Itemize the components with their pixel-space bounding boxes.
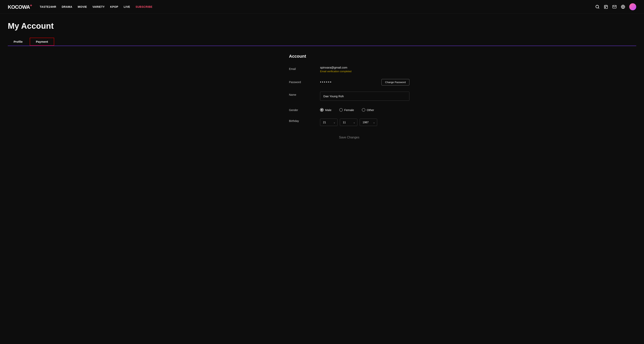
month-select[interactable]: 11 xyxy=(340,119,357,126)
year-select-wrapper: 1987 ⌄ xyxy=(360,119,377,126)
svg-line-1 xyxy=(598,7,599,8)
gender-other[interactable]: Other xyxy=(362,108,374,112)
month-select-wrapper: 11 ⌄ xyxy=(340,119,357,126)
gender-male[interactable]: Male xyxy=(320,108,332,112)
logo[interactable]: KOCOWA+ xyxy=(8,3,32,10)
birthday-value: 21 ⌄ 11 ⌄ 1987 ⌄ xyxy=(320,118,410,126)
email-text: spinxara@gmail.com xyxy=(320,66,410,69)
password-label: Password xyxy=(289,79,312,84)
gender-other-label: Other xyxy=(367,108,374,112)
password-row: Password •••••• Change Password xyxy=(289,79,410,85)
mail-icon[interactable] xyxy=(612,4,617,9)
name-label: Name xyxy=(289,92,312,96)
tabs: Profile Payment xyxy=(8,38,636,46)
section-title: Account xyxy=(289,54,410,59)
password-dots: •••••• xyxy=(320,80,332,84)
birthday-row: Birthday 21 ⌄ 11 ⌄ xyxy=(289,118,410,126)
gender-options: Male Female Other xyxy=(320,107,410,112)
email-verified: Email verification completed xyxy=(320,70,410,73)
name-value xyxy=(320,92,410,101)
email-label: Email xyxy=(289,66,312,70)
gender-female-label: Female xyxy=(344,108,354,112)
save-button[interactable]: Save Changes xyxy=(339,136,360,139)
nav: TASTE24HR DRAMA MOVIE VARIETY KPOP LIVE … xyxy=(40,5,152,8)
nav-taste24hr[interactable]: TASTE24HR xyxy=(40,5,56,8)
radio-female[interactable] xyxy=(339,108,343,112)
gender-female[interactable]: Female xyxy=(339,108,354,112)
email-row: Email spinxara@gmail.com Email verificat… xyxy=(289,66,410,73)
calendar-icon[interactable] xyxy=(604,4,608,9)
year-select[interactable]: 1987 xyxy=(360,119,377,126)
svg-rect-6 xyxy=(605,7,606,7)
nav-drama[interactable]: DRAMA xyxy=(62,5,72,8)
day-select-wrapper: 21 ⌄ xyxy=(320,119,338,126)
nav-subscribe[interactable]: SUBSCRIBE xyxy=(136,5,152,8)
nav-live[interactable]: LIVE xyxy=(124,5,130,8)
name-row: Name xyxy=(289,92,410,101)
account-section: Account Email spinxara@gmail.com Email v… xyxy=(234,54,410,139)
page-title: My Account xyxy=(8,21,636,31)
search-icon[interactable] xyxy=(595,4,600,9)
gender-value: Male Female Other xyxy=(320,107,410,112)
change-password-button[interactable]: Change Password xyxy=(382,79,410,85)
header-right xyxy=(595,3,636,10)
gender-male-label: Male xyxy=(325,108,332,112)
day-select[interactable]: 21 xyxy=(320,119,338,126)
birthday-label: Birthday xyxy=(289,118,312,122)
birthday-selects: 21 ⌄ 11 ⌄ 1987 ⌄ xyxy=(320,118,410,126)
page-content: My Account Profile Payment Account Email… xyxy=(0,13,644,151)
tab-profile[interactable]: Profile xyxy=(8,38,28,45)
email-value: spinxara@gmail.com Email verification co… xyxy=(320,66,410,73)
header-left: KOCOWA+ TASTE24HR DRAMA MOVIE VARIETY KP… xyxy=(8,3,152,10)
name-input[interactable] xyxy=(320,92,410,101)
nav-movie[interactable]: MOVIE xyxy=(78,5,87,8)
password-value-row: •••••• Change Password xyxy=(320,79,410,85)
save-section: Save Changes xyxy=(289,136,410,139)
radio-male[interactable] xyxy=(320,108,324,112)
tab-payment[interactable]: Payment xyxy=(30,38,54,46)
radio-other[interactable] xyxy=(362,108,365,112)
nav-variety[interactable]: VARIETY xyxy=(92,5,105,8)
avatar[interactable] xyxy=(629,3,636,10)
globe-icon[interactable] xyxy=(621,4,625,9)
header: KOCOWA+ TASTE24HR DRAMA MOVIE VARIETY KP… xyxy=(0,0,644,13)
gender-label: Gender xyxy=(289,107,312,112)
svg-rect-2 xyxy=(604,5,608,8)
nav-kpop[interactable]: KPOP xyxy=(110,5,118,8)
gender-row: Gender Male Female Other xyxy=(289,107,410,112)
